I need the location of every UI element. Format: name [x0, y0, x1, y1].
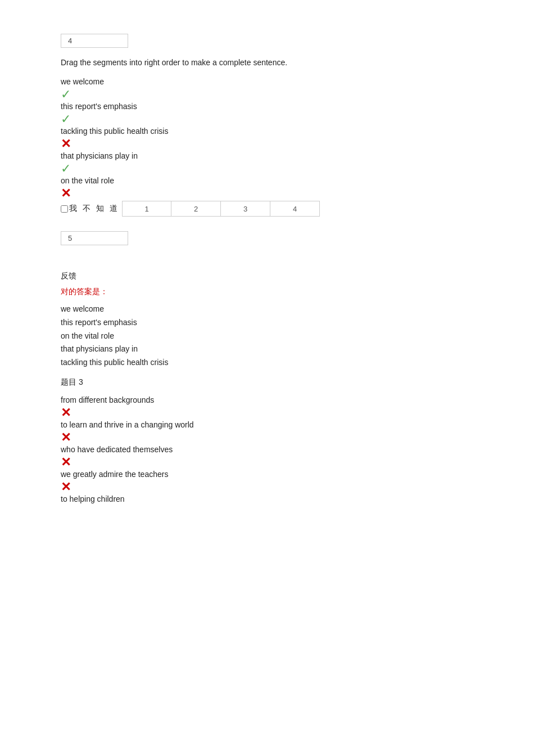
segment-4-text: that physicians play in [61, 151, 512, 160]
drop-box-1[interactable]: 1 [122, 201, 171, 217]
check-icon-2: ✓ [61, 113, 512, 125]
feedback-title: 反馈 [61, 271, 512, 281]
check-icon-1: ✓ [61, 88, 512, 101]
unknown-row: 我 不 知 道 1 2 3 4 [61, 201, 512, 217]
segment-2: this report's emphasis [61, 102, 512, 111]
drop-box-4[interactable]: 4 [270, 201, 320, 217]
drop-box-2[interactable]: 2 [171, 201, 221, 217]
q3-segment-2: to learn and thrive in a changing world [61, 420, 512, 429]
drop-box-3[interactable]: 3 [221, 201, 270, 217]
q3-segment-1: from different backgrounds [61, 395, 512, 404]
correct-item-3: on the vital role [61, 330, 512, 343]
question-5-label: 5 [61, 231, 128, 245]
segment-5: on the vital role [61, 176, 512, 185]
cross-icon-4: ✕ [61, 431, 512, 444]
cross-icon-3: ✕ [61, 407, 512, 419]
correct-answer-label: 对的答案是： [61, 287, 512, 297]
cross-icon-1: ✕ [61, 138, 512, 150]
topic-3-label: 题目 3 [61, 377, 512, 388]
segment-3: tackling this public health crisis [61, 127, 512, 136]
segment-4: that physicians play in [61, 151, 512, 160]
correct-item-5: tackling this public health crisis [61, 356, 512, 370]
q3-segment-4-text: we greatly admire the teachers [61, 470, 512, 479]
q3-segment-1-text: from different backgrounds [61, 395, 512, 404]
char-4: 道 [110, 204, 117, 214]
unknown-chars: 我 不 知 道 [69, 204, 117, 214]
unknown-checkbox[interactable] [61, 205, 68, 213]
correct-item-4: that physicians play in [61, 343, 512, 356]
q3-segment-5: to helping children [61, 494, 512, 503]
char-2: 不 [83, 204, 90, 214]
unknown-checkbox-area[interactable] [61, 205, 69, 213]
cross-icon-6: ✕ [61, 481, 512, 493]
question-4-label: 4 [61, 34, 128, 48]
segment-1-text: we welcome [61, 77, 512, 86]
correct-item-2: this report's emphasis [61, 316, 512, 330]
q3-segment-5-text: to helping children [61, 494, 512, 503]
segment-3-text: tackling this public health crisis [61, 127, 512, 136]
q3-segment-3: who have dedicated themselves [61, 445, 512, 454]
q3-segment-2-text: to learn and thrive in a changing world [61, 420, 512, 429]
segment-5-text: on the vital role [61, 176, 512, 185]
drag-instruction: Drag the segments into right order to ma… [61, 58, 512, 67]
cross-icon-5: ✕ [61, 456, 512, 469]
drop-boxes: 1 2 3 4 [122, 201, 320, 217]
char-1: 我 [69, 204, 77, 214]
segment-1: we welcome [61, 77, 512, 86]
question-number: 4 [68, 37, 72, 45]
cross-icon-2: ✕ [61, 187, 512, 200]
question-5-number: 5 [68, 234, 72, 242]
check-icon-3: ✓ [61, 163, 512, 175]
q3-segment-4: we greatly admire the teachers [61, 470, 512, 479]
correct-item-1: we welcome [61, 303, 512, 316]
segment-2-text: this report's emphasis [61, 102, 512, 111]
char-3: 知 [96, 204, 104, 214]
q3-segment-3-text: who have dedicated themselves [61, 445, 512, 454]
correct-answer-list: we welcome this report's emphasis on the… [61, 303, 512, 370]
